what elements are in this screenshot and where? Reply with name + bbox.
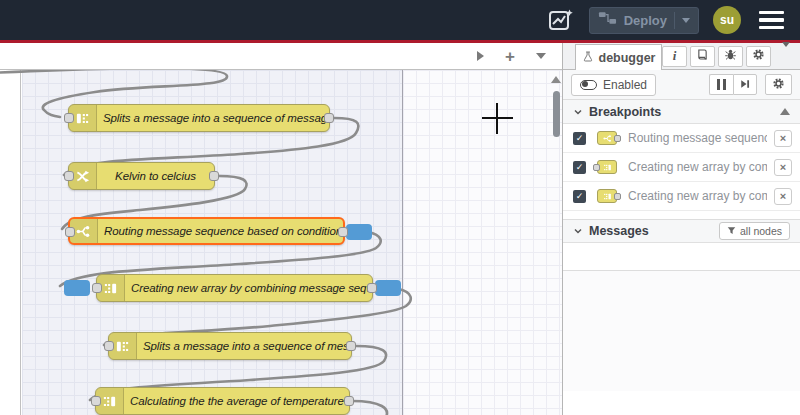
- sidebar-tabs-caret-icon[interactable]: [782, 47, 790, 65]
- tab-debug-messages[interactable]: [718, 46, 743, 67]
- remove-breakpoint-button[interactable]: ×: [774, 159, 792, 176]
- wire: [352, 401, 387, 415]
- breakpoint-row[interactable]: ✓Creating new array by combinin×: [563, 182, 800, 211]
- input-port[interactable]: [65, 227, 75, 237]
- flask-icon: [582, 50, 594, 66]
- flow-snapshot-icon[interactable]: [547, 6, 575, 34]
- step-button[interactable]: [733, 74, 757, 95]
- breakpoints-list: ✓Routing message sequence ba×✓Creating n…: [563, 124, 800, 211]
- toggle-icon: [580, 80, 597, 90]
- funnel-icon: [727, 225, 736, 237]
- gear-icon: [752, 47, 765, 65]
- messages-empty-area: [563, 243, 800, 271]
- flow-list-caret-icon[interactable]: [536, 53, 546, 59]
- node-red-app: Deploy su +: [0, 0, 800, 415]
- node-label: Creating new array by combining message …: [125, 282, 372, 294]
- flow-tabbar: +: [0, 43, 562, 70]
- breakpoint-label: Creating new array by combinin: [628, 189, 767, 203]
- input-port[interactable]: [64, 113, 74, 123]
- breakpoint-label: Routing message sequence ba: [628, 131, 767, 145]
- output-port[interactable]: [367, 283, 377, 293]
- debugger-toolbar: Enabled: [563, 70, 800, 100]
- deploy-button[interactable]: Deploy: [589, 7, 699, 34]
- enabled-label: Enabled: [603, 78, 647, 92]
- flow-node[interactable]: Routing message sequence based on condit…: [68, 217, 345, 245]
- breakpoint-checkbox[interactable]: ✓: [573, 132, 586, 145]
- bug-icon: [724, 47, 737, 65]
- message-filter-button[interactable]: all nodes: [719, 222, 790, 240]
- output-port[interactable]: [209, 171, 219, 181]
- remove-breakpoint-button[interactable]: ×: [774, 130, 792, 147]
- scroll-tabs-icon[interactable]: [477, 51, 484, 61]
- deploy-label: Deploy: [624, 13, 667, 28]
- sidebar-tabbar: debugger i: [563, 43, 800, 70]
- breakpoints-scroll-up-icon[interactable]: [780, 108, 790, 115]
- pause-icon: [717, 79, 726, 90]
- mini-node-join-out: [593, 188, 621, 204]
- message-filter-label: all nodes: [740, 225, 782, 237]
- sidebar: debugger i: [562, 43, 800, 415]
- user-avatar[interactable]: su: [713, 6, 741, 34]
- node-label: Splits a message into a sequence of mess…: [97, 112, 329, 124]
- header-bar: Deploy su: [0, 0, 800, 40]
- breakpoint-checkbox[interactable]: ✓: [573, 190, 586, 203]
- tab-help[interactable]: [690, 46, 715, 67]
- workspace[interactable]: Splits a message into a sequence of mess…: [0, 70, 562, 415]
- chevron-down-icon: [573, 103, 583, 121]
- flow-node[interactable]: Calculating the the average of temperatu…: [95, 387, 350, 415]
- chevron-down-icon: [573, 222, 583, 240]
- tab-debugger[interactable]: debugger: [575, 44, 662, 70]
- breakpoint-marker[interactable]: [375, 280, 401, 296]
- output-port[interactable]: [344, 396, 354, 406]
- flow-node[interactable]: Splits a message into a sequence of mess…: [108, 332, 352, 360]
- node-label: Calculating the the average of temperatu…: [124, 395, 349, 407]
- canvas-scrollbar[interactable]: [551, 72, 561, 412]
- deploy-nodes-icon: [598, 11, 617, 29]
- breakpoints-section-header[interactable]: Breakpoints: [563, 100, 800, 124]
- flow-node[interactable]: Kelvin to celcius: [68, 162, 215, 190]
- messages-section-header[interactable]: Messages all nodes: [563, 219, 800, 243]
- output-port[interactable]: [324, 113, 334, 123]
- scrollbar-thumb[interactable]: [553, 91, 560, 137]
- deploy-caret-icon[interactable]: [682, 18, 690, 23]
- node-label: Routing message sequence based on condit…: [98, 225, 343, 237]
- remove-breakpoint-button[interactable]: ×: [774, 188, 792, 205]
- breakpoint-row[interactable]: ✓Creating new array by combinin×: [563, 153, 800, 182]
- tab-debugger-label: debugger: [599, 51, 656, 65]
- breakpoint-marker[interactable]: [346, 224, 372, 240]
- sidebar-background: [563, 271, 800, 391]
- output-port[interactable]: [338, 227, 348, 237]
- flow-node[interactable]: Creating new array by combining message …: [96, 274, 373, 302]
- tab-info[interactable]: i: [662, 46, 687, 67]
- messages-title: Messages: [589, 224, 649, 238]
- mini-node-switch-out: [593, 130, 621, 146]
- node-label: Splits a message into a sequence of mess…: [137, 340, 351, 352]
- info-icon: i: [673, 48, 677, 64]
- breakpoint-row[interactable]: ✓Routing message sequence ba×: [563, 124, 800, 153]
- breakpoint-label: Creating new array by combinin: [628, 160, 767, 174]
- breakpoint-marker[interactable]: [64, 280, 90, 296]
- breakpoints-title: Breakpoints: [589, 105, 661, 119]
- debugger-enabled-toggle[interactable]: Enabled: [571, 74, 656, 96]
- section-spacer: [563, 211, 800, 219]
- scroll-up-icon[interactable]: [551, 76, 561, 83]
- book-icon: [696, 47, 709, 65]
- flow-node[interactable]: Splits a message into a sequence of mess…: [68, 104, 330, 132]
- mini-node-join-in: [593, 159, 621, 175]
- add-flow-icon[interactable]: +: [505, 48, 515, 65]
- breakpoint-checkbox[interactable]: ✓: [573, 161, 586, 174]
- gear-icon: [772, 76, 785, 94]
- main-menu-icon[interactable]: [755, 7, 788, 34]
- pause-button[interactable]: [709, 74, 733, 95]
- step-icon: [739, 76, 751, 94]
- crosshair-cursor: [496, 103, 498, 134]
- input-port[interactable]: [104, 341, 114, 351]
- output-port[interactable]: [346, 341, 356, 351]
- input-port[interactable]: [64, 171, 74, 181]
- flow-canvas[interactable]: + Splits a message into a sequence of: [0, 43, 562, 415]
- input-port[interactable]: [92, 283, 102, 293]
- debugger-settings-button[interactable]: [765, 74, 792, 95]
- node-label: Kelvin to celcius: [97, 170, 214, 182]
- tab-config-nodes[interactable]: [746, 46, 771, 67]
- input-port[interactable]: [91, 396, 101, 406]
